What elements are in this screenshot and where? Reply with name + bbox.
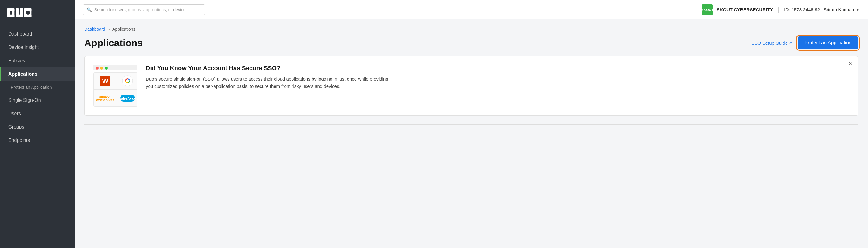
sidebar-item-applications[interactable]: Applications	[0, 68, 74, 81]
gsuite-icon	[122, 75, 133, 86]
duo-logo	[7, 7, 32, 19]
svg-rect-6	[20, 8, 23, 16]
sidebar-item-sso[interactable]: Single Sign-On	[0, 94, 74, 107]
sso-setup-guide-link[interactable]: SSO Setup Guide ➚	[751, 40, 792, 45]
svg-text:salesforce: salesforce	[120, 97, 135, 100]
dot-red	[96, 67, 99, 70]
sidebar: Dashboard Device Insight Policies Applic…	[0, 0, 74, 248]
topbar-right: SKOUT SKOUT CYBERSECURITY ID: 1578-2448-…	[702, 4, 860, 15]
breadcrumb-separator: >	[108, 27, 110, 32]
info-card: × W	[84, 56, 858, 116]
sidebar-item-label: Users	[8, 111, 21, 116]
page-title: Applications	[84, 37, 143, 49]
sidebar-item-label: Dashboard	[8, 31, 32, 37]
sidebar-item-label: Single Sign-On	[8, 98, 41, 103]
aws-icon: amazon webservices	[96, 93, 115, 104]
sidebar-item-protect-app[interactable]: Protect an Application	[0, 81, 74, 94]
app-cell-gsuite	[117, 72, 137, 90]
breadcrumb-current: Applications	[112, 27, 135, 32]
chevron-down-icon: ▼	[856, 8, 860, 12]
logo-area	[0, 0, 74, 25]
sidebar-item-label: Groups	[8, 124, 24, 130]
sidebar-item-users[interactable]: Users	[0, 107, 74, 120]
sidebar-item-label: Endpoints	[8, 138, 30, 143]
sidebar-item-label: Policies	[8, 58, 25, 64]
card-text: Duo's secure single sign-on (SSO) allows…	[146, 75, 395, 90]
content-area: Dashboard > Applications Applications SS…	[74, 20, 868, 248]
dot-yellow	[100, 67, 103, 70]
sidebar-nav: Dashboard Device Insight Policies Applic…	[0, 27, 74, 147]
external-link-icon: ➚	[789, 41, 792, 45]
search-input[interactable]	[83, 4, 205, 15]
sidebar-item-label: Protect an Application	[11, 85, 52, 90]
office365-icon: W	[99, 75, 111, 86]
dot-green	[105, 67, 108, 70]
apps-grid: W	[93, 72, 137, 107]
breadcrumb-home[interactable]: Dashboard	[84, 27, 105, 32]
sidebar-item-dashboard[interactable]: Dashboard	[0, 27, 74, 41]
svg-text:W: W	[102, 77, 108, 85]
svg-text:amazon: amazon	[99, 95, 112, 98]
main-area: 🔍 SKOUT SKOUT CYBERSECURITY ID: 1578-244…	[74, 0, 868, 248]
close-button[interactable]: ×	[849, 61, 852, 67]
user-menu[interactable]: Sriram Kannan ▼	[824, 7, 860, 12]
sidebar-item-policies[interactable]: Policies	[0, 54, 74, 68]
breadcrumb: Dashboard > Applications	[84, 27, 858, 32]
search-icon: 🔍	[87, 7, 92, 12]
topbar: 🔍 SKOUT SKOUT CYBERSECURITY ID: 1578-244…	[74, 0, 868, 20]
company-name: SKOUT CYBERSECURITY	[716, 7, 773, 12]
user-name: Sriram Kannan	[824, 7, 854, 12]
sidebar-item-groups[interactable]: Groups	[0, 120, 74, 134]
bottom-divider	[84, 124, 858, 125]
svg-rect-3	[11, 8, 14, 17]
protect-application-button[interactable]: Protect an Application	[798, 36, 858, 49]
header-actions: SSO Setup Guide ➚ Protect an Application	[751, 36, 858, 49]
account-id: ID: 1578-2448-92	[784, 7, 820, 12]
sidebar-item-label: Device Insight	[8, 45, 39, 50]
search-wrapper: 🔍	[83, 4, 205, 15]
company-badge: SKOUT	[702, 4, 713, 15]
app-cell-aws: amazon webservices	[93, 90, 117, 107]
sidebar-item-endpoints[interactable]: Endpoints	[0, 134, 74, 147]
page-header: Applications SSO Setup Guide ➚ Protect a…	[84, 36, 858, 49]
card-body: Did You Know Your Account Has Secure SSO…	[146, 65, 849, 90]
svg-text:webservices: webservices	[96, 99, 115, 102]
window-dots	[93, 65, 137, 70]
app-cell-salesforce: salesforce	[117, 90, 137, 107]
app-cell-office365: W	[93, 72, 117, 90]
card-title: Did You Know Your Account Has Secure SSO…	[146, 65, 849, 72]
sidebar-item-label: Applications	[8, 71, 37, 77]
app-icons-container: W	[93, 65, 137, 107]
salesforce-icon: salesforce	[120, 93, 135, 103]
svg-rect-11	[26, 11, 30, 14]
sidebar-item-device-insight[interactable]: Device Insight	[0, 41, 74, 54]
